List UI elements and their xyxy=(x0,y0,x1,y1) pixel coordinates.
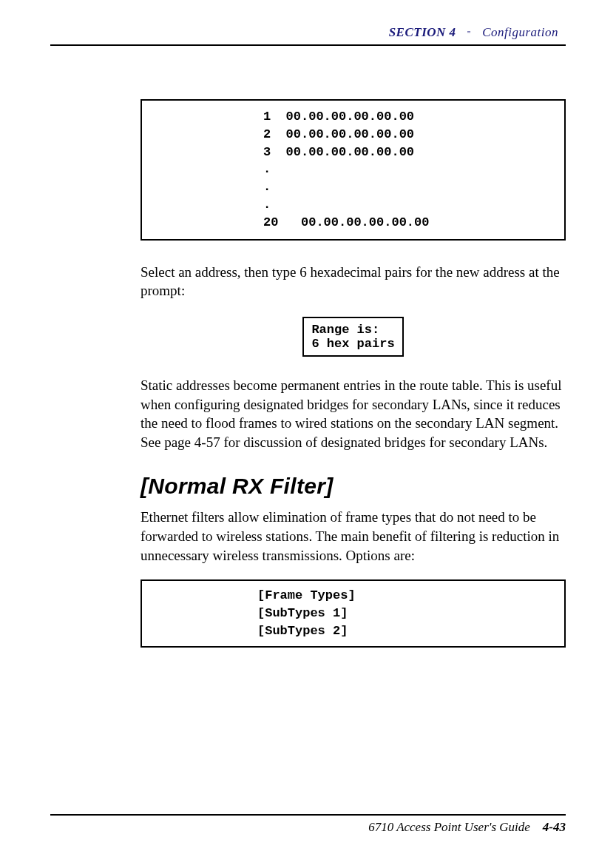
address-row: 20 00.00.00.00.00.00 xyxy=(263,215,429,229)
option-item: [Frame Types] xyxy=(257,588,356,602)
section-title: Configuration xyxy=(482,25,558,39)
option-item: [SubTypes 1] xyxy=(257,606,348,620)
paragraph-static-addresses: Static addresses become permanent entrie… xyxy=(141,376,566,452)
footer-guide-title: 6710 Access Point User's Guide xyxy=(368,820,530,834)
address-row: 2 00.00.00.00.00.00 xyxy=(263,127,414,141)
page-header: SECTION 4 " Configuration xyxy=(50,25,566,40)
heading-normal-rx-filter: [Normal RX Filter] xyxy=(141,474,566,499)
address-row: . xyxy=(263,198,271,212)
address-row: 3 00.00.00.00.00.00 xyxy=(263,145,414,159)
page-footer: 6710 Access Point User's Guide 4-43 xyxy=(50,814,566,835)
paragraph-select-address: Select an address, then type 6 hexadecim… xyxy=(141,263,566,300)
range-box: Range is: 6 hex pairs xyxy=(302,317,403,357)
header-separator-icon: " xyxy=(467,30,471,38)
option-item: [SubTypes 2] xyxy=(257,624,348,638)
paragraph-ethernet-filters: Ethernet filters allow elimination of fr… xyxy=(141,508,566,565)
options-box: [Frame Types] [SubTypes 1] [SubTypes 2] xyxy=(141,579,566,647)
footer-rule xyxy=(50,814,566,816)
address-list-box: 1 00.00.00.00.00.00 2 00.00.00.00.00.00 … xyxy=(141,99,566,241)
header-rule xyxy=(50,44,566,46)
content-area: 1 00.00.00.00.00.00 2 00.00.00.00.00.00 … xyxy=(141,99,566,648)
range-box-wrap: Range is: 6 hex pairs xyxy=(141,317,566,357)
section-label: SECTION 4 xyxy=(389,25,456,39)
address-row: . xyxy=(263,162,271,176)
address-row: 1 00.00.00.00.00.00 xyxy=(263,110,414,124)
address-row: . xyxy=(263,180,271,194)
page-number: 4-43 xyxy=(543,820,566,834)
